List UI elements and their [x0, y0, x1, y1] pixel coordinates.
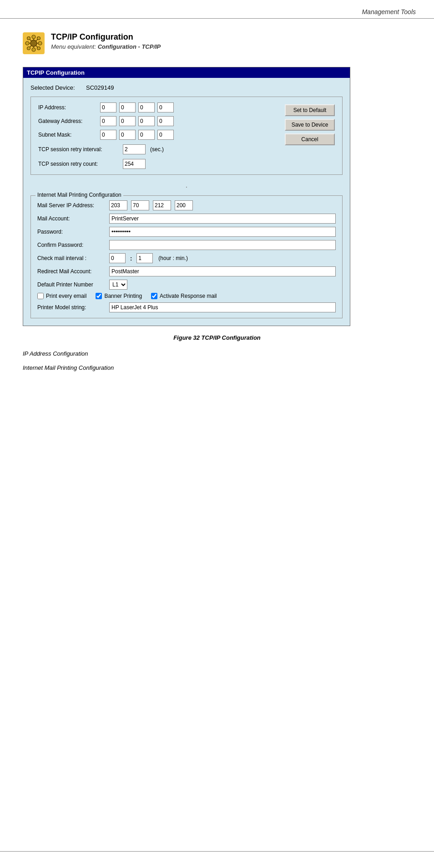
mail-server-ip-label: Mail Server IP Address:: [37, 202, 106, 209]
check-mail-hour-input[interactable]: [109, 253, 126, 263]
tcp-retry-interval-label: TCP session retry interval:: [38, 146, 120, 153]
main-content: TCP/IP Configuration Menu equivalent: Co…: [0, 19, 434, 397]
svg-point-3: [32, 48, 35, 51]
save-to-device-button[interactable]: Save to Device: [285, 119, 335, 131]
svg-point-2: [32, 35, 35, 39]
mail-server-octet-3[interactable]: [153, 200, 171, 210]
page-title: Management Tools: [362, 8, 416, 15]
dialog-box: TCPIP Configuration Selected Device: SC0…: [23, 67, 350, 326]
ip-buttons: Set to Default Save to Device Cancel: [285, 102, 335, 169]
selected-device-label: Selected Device:: [30, 84, 81, 91]
mail-section-legend: Internet Mail Printing Configuration: [35, 192, 123, 198]
dialog-body: Selected Device: SC029149 IP Address:: [23, 78, 350, 326]
ip-octet-1[interactable]: [100, 102, 116, 112]
page-footer: [0, 851, 434, 854]
banner-printing-checkbox[interactable]: [96, 293, 102, 299]
mail-server-ip-row: Mail Server IP Address:: [37, 200, 336, 210]
tcp-retry-interval-row: TCP session retry interval: (sec.): [38, 144, 276, 154]
password-row: Password:: [37, 227, 336, 237]
section-title-block: TCP/IP Configuration Menu equivalent: Co…: [51, 32, 161, 50]
svg-point-6: [27, 37, 30, 40]
banner-printing-item: Banner Printing: [96, 293, 142, 299]
mail-config-section: Internet Mail Printing Configuration Mai…: [30, 195, 343, 318]
check-mail-min-input[interactable]: [136, 253, 153, 263]
print-every-email-item: Print every email: [37, 293, 86, 299]
confirm-password-row: Confirm Password:: [37, 240, 336, 250]
gateway-octet-3[interactable]: [138, 116, 155, 126]
gateway-octet-4[interactable]: [157, 116, 174, 126]
ip-octet-3[interactable]: [138, 102, 155, 112]
svg-point-8: [27, 47, 30, 50]
default-printer-select[interactable]: L1 L2 L3: [109, 280, 127, 290]
banner-printing-label: Banner Printing: [104, 293, 142, 299]
cancel-button[interactable]: Cancel: [285, 133, 335, 145]
print-every-email-checkbox[interactable]: [37, 293, 44, 299]
figure-caption: Figure 32 TCP/IP Configuration: [23, 334, 411, 341]
tcp-retry-count-row: TCP session retry count:: [38, 159, 276, 169]
tcp-retry-count-label: TCP session retry count:: [38, 161, 120, 167]
password-input[interactable]: [109, 227, 336, 237]
page-header: Management Tools: [0, 0, 434, 19]
redirect-mail-label: Redirect Mail Account:: [37, 268, 106, 275]
activate-response-label: Activate Response mail: [160, 293, 217, 299]
subnet-octet-4[interactable]: [157, 130, 174, 140]
selected-device-value: SC029149: [86, 84, 114, 91]
subnet-octet-1[interactable]: [100, 130, 116, 140]
ip-octet-2[interactable]: [119, 102, 136, 112]
section-heading: TCP/IP Configuration Menu equivalent: Co…: [23, 32, 411, 54]
tcp-retry-count-input[interactable]: [123, 159, 146, 169]
print-every-email-label: Print every email: [46, 293, 86, 299]
password-label: Password:: [37, 229, 106, 235]
redirect-mail-row: Redirect Mail Account:: [37, 266, 336, 276]
activate-response-checkbox[interactable]: [151, 293, 157, 299]
checkbox-options-row: Print every email Banner Printing Activa…: [37, 293, 336, 299]
ip-address-row: IP Address:: [38, 102, 276, 112]
mail-server-octet-1[interactable]: [109, 200, 127, 210]
mail-server-octet-4[interactable]: [175, 200, 193, 210]
tcp-retry-interval-input[interactable]: [123, 144, 146, 154]
section-mail-text: Internet Mail Printing Configuration: [23, 364, 411, 371]
check-mail-interval-row: Check mail interval : : (hour : min.): [37, 253, 336, 263]
check-mail-unit: (hour : min.): [158, 255, 188, 261]
mail-server-octet-2[interactable]: [131, 200, 149, 210]
redirect-mail-input[interactable]: [109, 266, 336, 276]
confirm-password-input[interactable]: [109, 240, 336, 250]
svg-point-9: [37, 47, 40, 50]
mail-account-row: Mail Account:: [37, 214, 336, 224]
gateway-octet-1[interactable]: [100, 116, 116, 126]
check-mail-interval-label: Check mail interval :: [37, 255, 106, 261]
default-printer-row: Default Printer Number L1 L2 L3: [37, 280, 336, 290]
subnet-octet-2[interactable]: [119, 130, 136, 140]
gateway-octet-2[interactable]: [119, 116, 136, 126]
subtitle-prefix: Menu equivalent:: [51, 43, 98, 50]
dialog-titlebar: TCPIP Configuration: [23, 67, 350, 78]
mail-account-label: Mail Account:: [37, 215, 106, 222]
activate-response-item: Activate Response mail: [151, 293, 217, 299]
printer-model-input[interactable]: [109, 302, 336, 312]
printer-model-label: Printer Model string:: [37, 304, 106, 311]
subnet-mask-row: Subnet Mask:: [38, 130, 276, 140]
set-default-button[interactable]: Set to Default: [285, 104, 335, 116]
ip-octet-4[interactable]: [157, 102, 174, 112]
subnet-mask-label: Subnet Mask:: [38, 132, 97, 138]
default-printer-label: Default Printer Number: [37, 281, 106, 288]
divider-dot: ·: [30, 182, 343, 192]
tcp-retry-interval-unit: (sec.): [150, 146, 164, 153]
section-ip-text: IP Address Configuration: [23, 350, 411, 357]
svg-point-4: [25, 41, 29, 45]
gateway-address-row: Gateway Address:: [38, 116, 276, 126]
section-subtitle: Menu equivalent: Configuration - TCP/IP: [51, 43, 161, 50]
svg-point-5: [38, 41, 42, 45]
mail-account-input[interactable]: [109, 214, 336, 224]
printer-model-row: Printer Model string:: [37, 302, 336, 312]
confirm-password-label: Confirm Password:: [37, 242, 106, 248]
time-colon: :: [130, 255, 132, 262]
svg-point-7: [37, 37, 40, 40]
network-icon: [23, 32, 45, 54]
selected-device-row: Selected Device: SC029149: [30, 84, 343, 91]
ip-fields: IP Address: Gateway Address:: [38, 102, 276, 169]
subnet-octet-3[interactable]: [138, 130, 155, 140]
ip-config-panel: IP Address: Gateway Address:: [30, 97, 343, 175]
ip-address-label: IP Address:: [38, 104, 97, 111]
section-title: TCP/IP Configuration: [51, 32, 161, 42]
